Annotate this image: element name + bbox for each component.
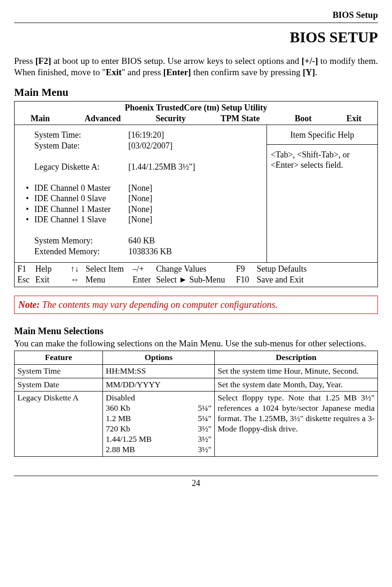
bios-help-title: Item Specific Help — [267, 125, 377, 145]
selections-table: Feature Options Description System TimeH… — [14, 351, 378, 457]
option-row: 720 Kb3½" — [106, 424, 212, 434]
option-size: 5¼" — [198, 414, 212, 424]
bios-item-value[interactable]: [03/02/2007] — [128, 141, 172, 151]
intro-text: Press — [14, 56, 35, 66]
bios-tabs: Main Advanced Security TPM State Boot Ex… — [15, 113, 377, 125]
bullet-icon: • — [26, 183, 34, 194]
option-size: 3½" — [198, 424, 212, 434]
foot-label-select-item: Select Item — [86, 264, 133, 274]
foot-key-f10: F10 — [236, 274, 257, 285]
bios-item-label: System Memory: — [34, 235, 128, 246]
option-row: 360 Kb5¼" — [106, 403, 212, 414]
cell-description: Select floppy type. Note that 1.25 MB 3½… — [215, 391, 378, 456]
intro-paragraph: Press [F2] at boot up to enter BIOS setu… — [14, 55, 378, 78]
bios-item-label: IDE Channel 0 Slave — [34, 193, 128, 204]
tab-security[interactable]: Security — [156, 113, 186, 124]
col-options: Options — [103, 351, 215, 364]
bullet-icon: • — [26, 193, 34, 204]
option-name: 720 Kb — [106, 424, 130, 434]
bios-item-row[interactable]: System Memory:640 KB — [26, 235, 262, 246]
option-name: MM/DD/YYYY — [106, 380, 161, 390]
page-title: BIOS SETUP — [14, 28, 378, 47]
option-row: Disabled — [106, 393, 212, 403]
bios-item-label: IDE Channel 1 Master — [34, 204, 128, 215]
option-size: 3½" — [198, 434, 212, 445]
bios-item-row[interactable]: System Time:[16:19:20] — [26, 130, 262, 141]
table-row: System DateMM/DD/YYYYSet the system date… — [15, 378, 378, 391]
bios-item-value[interactable]: [None] — [128, 183, 152, 194]
bios-item-label: System Date: — [34, 141, 128, 151]
bios-footer: F1 Help ↑↓ Select Item –/+ Change Values… — [15, 262, 377, 287]
bios-item-row[interactable]: Extended Memory:1038336 KB — [26, 246, 262, 257]
bios-item-value[interactable]: [None] — [128, 204, 152, 215]
cell-feature: System Date — [15, 378, 103, 391]
bios-item-row[interactable]: System Date:[03/02/2007] — [26, 141, 262, 151]
bullet-icon: • — [26, 214, 34, 225]
bios-item-row[interactable]: •IDE Channel 1 Master[None] — [26, 204, 262, 215]
foot-label-defaults: Setup Defaults — [257, 264, 306, 274]
option-row: 1.2 MB5¼" — [106, 414, 212, 424]
option-name: Disabled — [106, 393, 135, 403]
intro-text: . — [315, 67, 317, 77]
foot-key-f1: F1 — [17, 264, 35, 274]
bios-item-value[interactable]: 1038336 KB — [128, 246, 172, 257]
option-size: 3½" — [198, 445, 212, 455]
bios-help-body: <Tab>, <Shift-Tab>, or <Enter> selects f… — [267, 145, 377, 175]
foot-label-menu: Menu — [86, 274, 133, 285]
table-row: Legacy Diskette ADisabled360 Kb5¼"1.2 MB… — [15, 391, 378, 456]
option-row: 2.88 MB3½" — [106, 445, 212, 455]
bios-item-value[interactable]: [None] — [128, 193, 152, 204]
bios-item-value[interactable]: [16:19:20] — [128, 130, 164, 141]
arrow-leftright-icon: ↔ — [71, 274, 86, 285]
bios-panel: Phoenix TrustedCore (tm) Setup Utility M… — [14, 101, 378, 287]
key-y: [Y] — [303, 67, 315, 77]
foot-label-exit: Exit — [35, 274, 71, 285]
tab-exit[interactable]: Exit — [346, 113, 361, 124]
cell-options: MM/DD/YYYY — [103, 378, 215, 391]
bios-item-row[interactable]: Legacy Diskette A:[1.44/1.25MB 3½"] — [26, 162, 262, 172]
bios-item-value[interactable]: 640 KB — [128, 235, 155, 246]
option-size: 5¼" — [198, 403, 212, 414]
option-row: HH:MM:SS — [106, 366, 212, 376]
option-row: MM/DD/YYYY — [106, 380, 212, 390]
intro-text: " and press — [122, 67, 164, 77]
bios-item-row[interactable]: •IDE Channel 0 Slave[None] — [26, 193, 262, 204]
foot-key-pm: –/+ — [133, 264, 156, 274]
main-menu-heading: Main Menu — [14, 86, 378, 100]
key-enter: [Enter] — [163, 67, 191, 77]
foot-label-submenu: Select ► Sub-Menu — [156, 274, 236, 285]
bios-help-panel: Item Specific Help <Tab>, <Shift-Tab>, o… — [267, 125, 377, 262]
option-name: HH:MM:SS — [106, 366, 146, 376]
page-number: 24 — [14, 478, 378, 489]
col-feature: Feature — [15, 351, 103, 364]
key-plusminus: [+/-] — [301, 56, 318, 66]
foot-key-enter: Enter — [133, 274, 156, 285]
intro-text: then confirm save by pressing — [191, 67, 302, 77]
key-exit: Exit — [106, 67, 122, 77]
foot-label-save: Save and Exit — [257, 274, 304, 285]
bios-item-value[interactable]: [None] — [128, 214, 152, 225]
cell-options: Disabled360 Kb5¼"1.2 MB5¼"720 Kb3½"1.44/… — [103, 391, 215, 456]
cell-description: Set the system date Month, Day, Year. — [215, 378, 378, 391]
tab-main[interactable]: Main — [31, 113, 50, 124]
foot-label-change: Change Values — [156, 264, 236, 274]
bios-item-row — [26, 151, 262, 162]
bios-item-label: System Time: — [34, 130, 128, 141]
option-name: 1.2 MB — [106, 414, 131, 424]
selections-intro: You can make the following selections on… — [14, 338, 378, 349]
note-label: Note: — [18, 299, 40, 310]
bios-item-value[interactable]: [1.44/1.25MB 3½"] — [128, 162, 195, 172]
selections-heading: Main Menu Selections — [14, 325, 378, 337]
option-name: 360 Kb — [106, 403, 130, 414]
bios-item-row[interactable]: •IDE Channel 0 Master[None] — [26, 183, 262, 194]
arrow-updown-icon: ↑↓ — [71, 264, 86, 274]
bios-item-row — [26, 225, 262, 236]
bios-item-row[interactable]: •IDE Channel 1 Slave[None] — [26, 214, 262, 225]
col-description: Description — [215, 351, 378, 364]
cell-description: Set the system time Hour, Minute, Second… — [215, 364, 378, 378]
tab-tpm-state[interactable]: TPM State — [220, 113, 259, 124]
tab-boot[interactable]: Boot — [295, 113, 312, 124]
tab-advanced[interactable]: Advanced — [85, 113, 121, 124]
bios-items: System Time:[16:19:20]System Date:[03/02… — [15, 125, 267, 262]
cell-feature: System Time — [15, 364, 103, 378]
